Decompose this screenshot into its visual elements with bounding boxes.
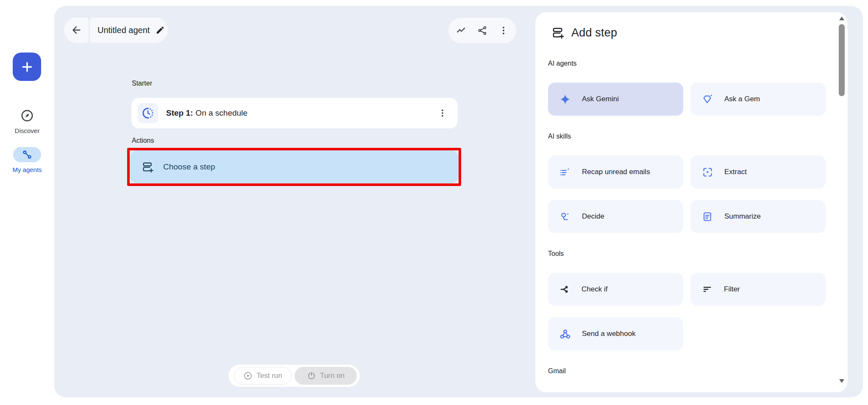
schedule-clock-icon xyxy=(142,107,154,119)
step1-title: Step 1:On a schedule xyxy=(166,108,248,118)
back-button[interactable] xyxy=(64,17,89,43)
scroll-down-icon[interactable] xyxy=(839,379,844,383)
activity-icon[interactable] xyxy=(453,23,469,38)
scrollbar-thumb[interactable] xyxy=(839,24,845,96)
test-run-button[interactable]: Test run xyxy=(234,367,292,385)
share-icon[interactable] xyxy=(475,23,490,38)
edit-pencil-icon[interactable] xyxy=(156,25,165,35)
gem-icon xyxy=(702,94,713,105)
toolbar xyxy=(448,18,516,43)
add-step-panel: Add step AI agents Ask Gemini xyxy=(535,12,848,392)
option-decide[interactable]: Decide xyxy=(548,200,683,233)
section-label-ai-skills: AI skills xyxy=(548,133,826,140)
power-icon xyxy=(307,371,316,380)
turn-on-button[interactable]: Turn on xyxy=(295,367,357,385)
starter-section-label: Starter xyxy=(132,80,152,87)
annotation-highlight-box: Choose a step xyxy=(127,148,461,186)
new-agent-button[interactable] xyxy=(13,53,41,81)
plus-icon xyxy=(20,60,34,74)
recap-list-icon xyxy=(559,166,571,178)
run-controls: Test run Turn on xyxy=(228,365,360,387)
choose-a-step-card[interactable]: Choose a step xyxy=(130,150,459,183)
agents-icon xyxy=(22,149,33,160)
extract-brackets-icon xyxy=(702,166,713,178)
panel-scrollbar[interactable] xyxy=(838,12,845,392)
scroll-up-icon[interactable] xyxy=(839,17,844,20)
section-label-ai-agents: AI agents xyxy=(548,60,826,67)
sidebar-item-label: My agents xyxy=(12,166,42,173)
section-label-gmail: Gmail xyxy=(548,367,826,375)
tools-grid: Check if Filter xyxy=(548,273,826,350)
sidebar-item-label: Discover xyxy=(15,127,39,134)
agent-title: Untitled agent xyxy=(97,25,150,35)
more-vertical-icon[interactable] xyxy=(496,23,511,38)
gemini-spark-icon xyxy=(559,94,571,105)
panel-title: Add step xyxy=(571,26,617,39)
option-summarize[interactable]: Summarize xyxy=(690,200,826,233)
sidebar: Discover My agents xyxy=(0,0,54,405)
add-step-icon xyxy=(551,26,565,39)
option-check-if[interactable]: Check if xyxy=(548,273,683,306)
section-label-tools: Tools xyxy=(548,250,826,258)
option-filter[interactable]: Filter xyxy=(690,273,826,306)
choose-a-step-label: Choose a step xyxy=(163,162,215,172)
compass-icon xyxy=(20,108,34,123)
add-step-icon xyxy=(142,161,154,173)
sidebar-item-discover[interactable]: Discover xyxy=(0,108,54,134)
step-menu-icon[interactable] xyxy=(437,108,448,118)
option-send-a-webhook[interactable]: Send a webhook xyxy=(548,317,683,350)
agent-editor-surface: Untitled agent Starter xyxy=(54,6,863,397)
option-ask-gemini[interactable]: Ask Gemini xyxy=(548,83,683,116)
play-circle-icon xyxy=(243,371,253,380)
webhook-icon xyxy=(559,328,571,340)
back-arrow-icon xyxy=(71,25,82,36)
option-extract[interactable]: Extract xyxy=(690,155,826,189)
active-pill xyxy=(13,147,41,162)
summarize-doc-icon xyxy=(702,211,713,222)
option-recap-unread-emails[interactable]: Recap unread emails xyxy=(548,155,683,189)
actions-section-label: Actions xyxy=(132,137,154,144)
agent-title-field[interactable]: Untitled agent xyxy=(90,17,168,43)
panel-header: Add step xyxy=(551,26,826,39)
step-icon-tile xyxy=(138,103,158,123)
decide-icon xyxy=(559,211,571,222)
option-ask-a-gem[interactable]: Ask a Gem xyxy=(690,83,826,116)
filter-icon xyxy=(702,284,713,295)
ai-agents-grid: Ask Gemini Ask a Gem xyxy=(548,83,826,116)
ai-skills-grid: Recap unread emails Extract xyxy=(548,155,826,233)
check-if-icon xyxy=(559,284,570,295)
step1-card[interactable]: Step 1:On a schedule xyxy=(131,98,458,128)
sidebar-item-my-agents[interactable]: My agents xyxy=(0,147,54,173)
